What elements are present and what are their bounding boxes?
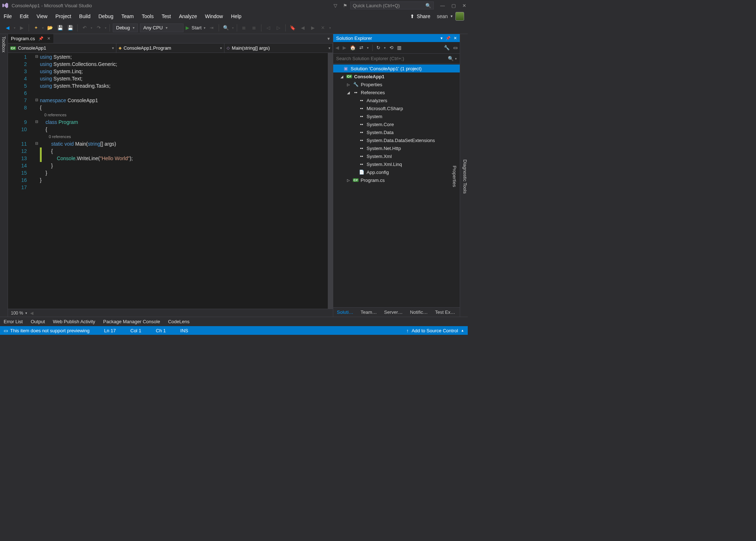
preview-button[interactable]: ▭ xyxy=(453,45,458,50)
document-tab-program-cs[interactable]: Program.cs 📌 ✕ xyxy=(8,34,53,43)
outdent-button[interactable]: ◁ xyxy=(264,24,272,32)
tab-output[interactable]: Output xyxy=(31,319,45,324)
code-content[interactable]: using System;using System.Collections.Ge… xyxy=(40,53,333,309)
nav-project-dropdown[interactable]: C# ConsoleApp1 ▾ xyxy=(8,43,116,53)
menu-debug[interactable]: Debug xyxy=(99,13,113,19)
refresh-button[interactable]: ↻ xyxy=(376,45,380,50)
status-ins[interactable]: INS xyxy=(180,328,188,333)
code-editor[interactable]: 1234567891011121314151617 ⊟⊟⊟⊟ using Sys… xyxy=(8,53,333,309)
toolbox-tab[interactable]: Toolbox xyxy=(0,34,8,317)
diagnostic-tools-tab[interactable]: Diagnostic Tools xyxy=(462,159,468,193)
collapse-all-button[interactable]: ⟲ xyxy=(389,45,393,50)
prev-bookmark-button[interactable]: ◀ xyxy=(299,24,307,32)
zoom-dropdown[interactable]: ▾ xyxy=(25,311,27,315)
status-line[interactable]: Ln 17 xyxy=(104,328,116,333)
solution-explorer-title[interactable]: Solution Explorer ▾ 📌 ✕ xyxy=(333,34,460,42)
search-input[interactable] xyxy=(336,56,448,61)
expand-icon[interactable]: ▷ xyxy=(346,178,351,182)
forward-button[interactable]: ▶ xyxy=(343,45,346,50)
active-files-dropdown[interactable]: ▾ xyxy=(325,34,333,43)
home-button[interactable]: 🏠 xyxy=(350,45,356,50)
share-button[interactable]: ⬆ Share xyxy=(410,13,430,19)
tab-team-explorer[interactable]: Team… xyxy=(357,308,381,317)
properties-node[interactable]: ▷ 🔧 Properties xyxy=(333,80,460,88)
show-all-files-button[interactable]: ▥ xyxy=(397,45,401,50)
nav-forward-button[interactable]: ▶ xyxy=(18,24,26,32)
reference-node[interactable]: ▪▪System.Xml xyxy=(333,152,460,160)
close-tab-button[interactable]: ✕ xyxy=(47,36,50,41)
reference-node[interactable]: ▪▪Microsoft.CSharp xyxy=(333,104,460,112)
fold-gutter[interactable]: ⊟⊟⊟⊟ xyxy=(33,53,40,309)
vertical-scrollbar[interactable] xyxy=(328,53,333,309)
platform-dropdown[interactable]: Any CPU▾ xyxy=(140,24,183,32)
configuration-dropdown[interactable]: Debug▾ xyxy=(113,24,138,32)
back-button[interactable]: ◀ xyxy=(335,45,339,50)
collapse-icon[interactable]: ◢ xyxy=(346,91,351,95)
tab-test-explorer[interactable]: Test Ex… xyxy=(431,308,459,317)
nav-class-dropdown[interactable]: ◆ ConsoleApp1.Program ▾ xyxy=(116,43,225,53)
zoom-level[interactable]: 100 % xyxy=(11,311,23,316)
maximize-button[interactable]: ▢ xyxy=(451,3,456,8)
open-file-button[interactable]: 📂 xyxy=(46,24,54,32)
solution-explorer-search[interactable]: 🔍 ▾ xyxy=(333,54,460,64)
references-node[interactable]: ◢ ▪▪ References xyxy=(333,88,460,96)
tab-package-manager[interactable]: Package Manager Console xyxy=(103,319,160,324)
menu-tools[interactable]: Tools xyxy=(142,13,154,19)
pin-panel-button[interactable]: 📌 xyxy=(446,36,451,41)
indent-button[interactable]: ▷ xyxy=(274,24,282,32)
appconfig-node[interactable]: 📄 App.config xyxy=(333,168,460,176)
nav-member-dropdown[interactable]: ◇ Main(string[] args) ▾ xyxy=(224,43,333,53)
find-in-files-button[interactable]: 🔍 xyxy=(222,24,230,32)
solution-tree[interactable]: ▣ Solution 'ConsoleApp1' (1 project) ◢ C… xyxy=(333,64,460,307)
status-char[interactable]: Ch 1 xyxy=(156,328,166,333)
uncomment-button[interactable]: ≣ xyxy=(250,24,258,32)
properties-button[interactable]: 🔧 xyxy=(444,45,450,50)
start-debugging-button[interactable]: ▶ Start ▾ xyxy=(186,25,205,30)
sync-button[interactable]: ⇄ xyxy=(359,45,363,50)
source-control-button[interactable]: ↑ Add to Source Control ▲ xyxy=(406,328,464,333)
properties-tab[interactable]: Properties xyxy=(452,166,457,187)
tab-notifications[interactable]: Notific… xyxy=(406,308,431,317)
menu-test[interactable]: Test xyxy=(162,13,171,19)
menu-project[interactable]: Project xyxy=(55,13,71,19)
save-button[interactable]: 💾 xyxy=(56,24,64,32)
solution-node[interactable]: ▣ Solution 'ConsoleApp1' (1 project) xyxy=(333,64,460,72)
reference-node[interactable]: ▪▪System.Data.DataSetExtensions xyxy=(333,136,460,144)
project-node[interactable]: ◢ C# ConsoleApp1 xyxy=(333,72,460,80)
quick-launch-input[interactable]: Quick Launch (Ctrl+Q) 🔍 xyxy=(350,1,434,9)
reference-node[interactable]: ▪▪Analyzers xyxy=(333,96,460,104)
comment-button[interactable]: ≣ xyxy=(240,24,248,32)
bookmark-button[interactable]: 🔖 xyxy=(289,24,297,32)
expand-icon[interactable]: ▷ xyxy=(346,83,351,87)
save-all-button[interactable]: 💾 xyxy=(66,24,74,32)
minimize-button[interactable]: — xyxy=(440,3,445,8)
nav-back-button[interactable]: ◀ xyxy=(4,24,12,32)
menu-view[interactable]: View xyxy=(37,13,47,19)
tab-web-publish[interactable]: Web Publish Activity xyxy=(53,319,95,324)
menu-window[interactable]: Window xyxy=(205,13,223,19)
status-col[interactable]: Col 1 xyxy=(131,328,141,333)
reference-node[interactable]: ▪▪System xyxy=(333,112,460,120)
close-panel-button[interactable]: ✕ xyxy=(454,36,457,41)
next-bookmark-button[interactable]: ▶ xyxy=(309,24,317,32)
step-button[interactable]: ⇥ xyxy=(208,24,216,32)
reference-node[interactable]: ▪▪System.Xml.Linq xyxy=(333,160,460,168)
menu-build[interactable]: Build xyxy=(79,13,90,19)
clear-bookmarks-button[interactable]: ✕ xyxy=(319,24,327,32)
menu-team[interactable]: Team xyxy=(121,13,134,19)
close-button[interactable]: ✕ xyxy=(462,3,466,8)
menu-file[interactable]: File xyxy=(4,13,12,19)
filter-icon[interactable]: ▽ xyxy=(334,3,337,8)
menu-edit[interactable]: Edit xyxy=(20,13,29,19)
horizontal-scroll-left[interactable]: ◀ xyxy=(30,311,33,316)
redo-button[interactable]: ↷ xyxy=(95,24,103,32)
menu-analyze[interactable]: Analyze xyxy=(179,13,197,19)
tab-server-explorer[interactable]: Server… xyxy=(380,308,406,317)
tab-codelens[interactable]: CodeLens xyxy=(168,319,189,324)
programcs-node[interactable]: ▷ C# Program.cs xyxy=(333,176,460,184)
menu-help[interactable]: Help xyxy=(231,13,241,19)
undo-button[interactable]: ↶ xyxy=(80,24,88,32)
reference-node[interactable]: ▪▪System.Net.Http xyxy=(333,144,460,152)
notifications-icon[interactable]: ⚑ xyxy=(343,3,347,8)
tab-error-list[interactable]: Error List xyxy=(4,319,23,324)
